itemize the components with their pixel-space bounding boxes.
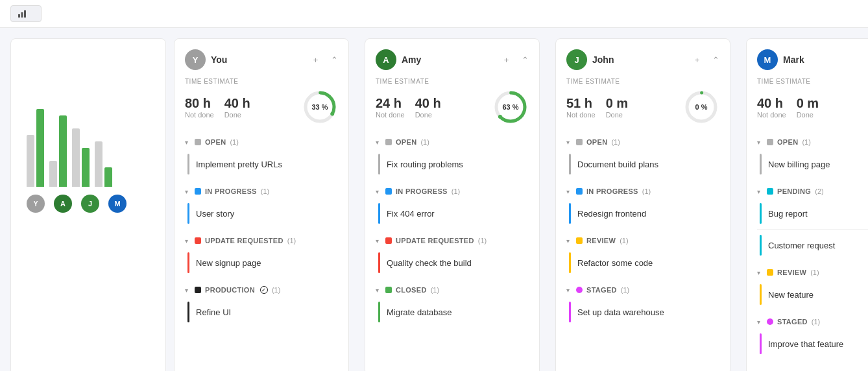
task-bar [760,235,762,256]
plus-icon[interactable]: + [313,55,319,65]
task-name: Migrate database [387,307,452,317]
task-item[interactable]: Customer request [757,230,868,261]
status-label: STAGED [777,318,808,326]
bar-gray-1 [49,161,57,187]
status-label: PENDING [777,187,811,195]
task-item[interactable]: New signup page [185,247,338,278]
chevron-icon[interactable]: ▾ [185,287,188,294]
status-header-update-requested[interactable]: ▾UPDATE REQUESTED(1) [376,234,529,247]
task-item[interactable]: Refactor some code [566,247,719,278]
collapse-icon[interactable]: ⌃ [522,55,529,65]
task-item[interactable]: Improve that feature [757,328,868,359]
task-name: New billing page [768,160,830,169]
not-done-label-mark: Not done [757,111,786,119]
task-item[interactable]: Migrate database [376,296,529,328]
chevron-icon[interactable]: ▾ [185,237,188,245]
person-name-mark: Mark [783,54,804,65]
workload-button[interactable] [10,5,42,22]
workload-sidebar: YAJM [10,38,166,371]
task-name: Document build plans [577,160,658,169]
chevron-icon[interactable]: ▾ [757,318,760,326]
task-item[interactable]: Redesign frontend [566,198,719,229]
chevron-icon[interactable]: ▾ [566,287,570,294]
status-header-pending[interactable]: ▾PENDING(2) [757,185,868,198]
donut-pct-john: 0 % [695,103,708,111]
time-section-john: TIME ESTIMATE51 hNot done0 mDone 0 % [566,78,719,125]
chevron-icon[interactable]: ▾ [376,188,379,195]
status-group-pending: ▾PENDING(2)Bug reportCustomer request [757,185,868,261]
donut-you: 33 % [302,89,338,125]
status-count: (1) [621,286,629,294]
svg-rect-1 [21,12,23,18]
status-header-review[interactable]: ▾REVIEW(1) [566,234,719,247]
status-label: IN PROGRESS [396,187,448,195]
chevron-icon[interactable]: ▾ [376,139,379,146]
task-item[interactable]: Fix routing problems [376,149,529,180]
chevron-icon[interactable]: ▾ [185,139,188,146]
status-header-in-progress[interactable]: ▾IN PROGRESS(1) [185,185,338,198]
plus-icon[interactable]: + [504,55,509,65]
status-header-in-progress[interactable]: ▾IN PROGRESS(1) [376,185,529,198]
task-name: Set up data warehouse [577,307,664,317]
status-header-staged[interactable]: ▾STAGED(1) [757,315,868,328]
time-section-mark: TIME ESTIMATE40 hNot done0 mDone 0 % [757,78,868,125]
task-item[interactable]: User story [185,198,338,229]
task-item[interactable]: Refine UI [185,296,338,328]
chevron-icon[interactable]: ▾ [757,269,760,276]
task-item[interactable]: Set up data warehouse [566,296,719,328]
not-done-mark: 40 hNot done [757,96,786,119]
chevron-icon[interactable]: ▾ [757,139,760,146]
time-label-mark: TIME ESTIMATE [757,78,868,85]
header-actions-john[interactable]: + ⌃ [695,55,719,65]
status-header-review[interactable]: ▾REVIEW(1) [757,266,868,279]
chevron-icon[interactable]: ▾ [185,188,188,195]
task-name: User story [196,209,234,219]
time-row-you: 80 hNot done40 hDone 33 % [185,89,338,125]
status-label: STAGED [586,286,617,294]
status-header-open[interactable]: ▾OPEN(1) [376,136,529,149]
task-item[interactable]: Fix 404 error [376,198,529,229]
chevron-icon[interactable]: ▾ [376,237,379,245]
task-item[interactable]: New feature [757,279,868,310]
status-count: (1) [812,318,820,326]
task-bar [569,302,571,322]
donut-amy: 63 % [492,89,529,125]
task-name: Redesign frontend [577,209,646,219]
status-header-open[interactable]: ▾OPEN(1) [757,136,868,149]
done-mark: 0 mDone [797,96,819,119]
chevron-icon[interactable]: ▾ [376,287,379,294]
task-item[interactable]: Quality check the build [376,247,529,278]
chevron-icon[interactable]: ▾ [566,237,570,245]
status-count: (1) [611,138,620,146]
header-actions-you[interactable]: + ⌃ [313,55,338,65]
svg-point-8 [498,115,502,119]
chevron-icon[interactable]: ▾ [566,139,570,146]
task-item[interactable]: Document build plans [566,149,719,180]
status-header-production[interactable]: ▾PRODUCTION✓(1) [185,283,338,296]
header-actions-amy[interactable]: + ⌃ [504,55,529,65]
status-group-open: ▾OPEN(1)Document build plans [566,136,719,180]
chevron-icon[interactable]: ▾ [757,188,760,195]
chevron-icon[interactable]: ▾ [566,188,570,195]
plus-icon[interactable]: + [695,55,700,65]
status-header-in-progress[interactable]: ▾IN PROGRESS(1) [566,185,719,198]
task-item[interactable]: Implement pretty URLs [185,149,338,180]
bar-group-0 [27,109,44,187]
status-header-open[interactable]: ▾OPEN(1) [566,136,719,149]
status-group-production: ▾PRODUCTION✓(1)Refine UI [185,283,338,328]
status-header-update-requested[interactable]: ▾UPDATE REQUESTED(1) [185,234,338,247]
status-header-staged[interactable]: ▾STAGED(1) [566,283,719,296]
bar-green-1 [59,115,67,187]
svg-rect-0 [18,14,20,18]
task-item[interactable]: New billing page [757,149,868,180]
status-header-open[interactable]: ▾OPEN(1) [185,136,338,149]
bar-chart-icon [18,9,27,18]
task-bar [569,203,571,224]
bar-green-3 [104,167,112,187]
collapse-icon[interactable]: ⌃ [712,55,719,65]
collapse-icon[interactable]: ⌃ [331,55,338,65]
status-header-closed[interactable]: ▾CLOSED(1) [376,283,529,296]
person-info-mark: MMark [757,49,804,70]
sidebar-avatar-2: J [81,195,99,213]
task-item[interactable]: Bug report [757,198,868,230]
